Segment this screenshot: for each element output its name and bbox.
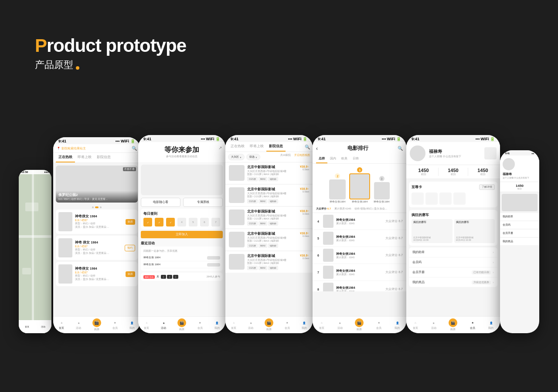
join-button[interactable]: 立即加入 bbox=[141, 231, 223, 238]
nav-home-1[interactable]: ⌂ 首页 bbox=[58, 320, 65, 330]
checkin-day-2[interactable]: ✓ bbox=[155, 218, 163, 226]
checkin-day-6[interactable]: 6 bbox=[200, 218, 209, 226]
nav-home-4[interactable]: ⌂首页 bbox=[319, 320, 325, 330]
movie-title-1: 神奇侠女 1984 bbox=[75, 214, 123, 219]
checkin-day-7[interactable]: 7 bbox=[211, 218, 220, 226]
tab-cinema-c[interactable]: 影院信息 bbox=[266, 142, 286, 152]
hero-movie[interactable]: 不得不看 侏罗纪公园2 8.8 / 4597 | 动作 科幻 | 导演：麦克·克… bbox=[56, 166, 138, 203]
search-icon-cinema[interactable]: 🔍 bbox=[305, 145, 310, 149]
event-opt-random[interactable]: 电影随心看 bbox=[141, 198, 180, 207]
nav-activity-4[interactable]: ★活动 bbox=[337, 320, 343, 330]
buy-ticket-btn-3[interactable]: 购票 bbox=[126, 271, 135, 277]
pay-icon-3[interactable] bbox=[439, 193, 452, 205]
movie-meta-3: 类型：科幻 / 动作演员：盖尔·加朵 / 克里斯朵·... bbox=[75, 274, 123, 281]
phone-partial: 9:41 ●● 福禄寿 这个人很懒 什么也没有留下 1450 积分 我的助草 会… bbox=[500, 150, 539, 333]
recent-activity: 回顾那一起参与的，另享优惠 神奇女侠 1984 神奇女侠 1984 bbox=[141, 247, 223, 271]
nav-mine-1[interactable]: 👤 我的 bbox=[129, 320, 135, 330]
nav-member-5[interactable]: ♣会员 bbox=[470, 320, 476, 330]
cinema-item-2[interactable]: 北京中影国际影城 大兴区庄景西路1号绿地缤纷城4楼投影: CGS屏 | IMAX… bbox=[225, 185, 313, 206]
nav-home-3[interactable]: ⌂首页 bbox=[231, 320, 237, 330]
movie-item-1[interactable]: 神奇侠女 1984 8.8 / 4597 类型：科幻 / 动作演员：盖尔·加朵 … bbox=[56, 210, 138, 234]
rank-item-8[interactable]: 8 神奇女侠1984 累计票房：8345 大众评分 6.7 bbox=[313, 281, 406, 291]
cinema-price-1: ¥38.9↑ bbox=[300, 165, 309, 168]
nav-mine-5[interactable]: 👤我的 bbox=[488, 320, 494, 330]
pay-icon-4[interactable] bbox=[453, 193, 466, 205]
filter-district[interactable]: 大兴区 ∨ bbox=[228, 154, 245, 160]
member-card-btn[interactable]: 了解详情 bbox=[479, 184, 495, 190]
buy-ticket-btn-1[interactable]: 购票 bbox=[126, 219, 135, 225]
nav-member-3[interactable]: ♣会员 bbox=[284, 320, 290, 330]
member-card-title: 至尊卡 bbox=[412, 185, 422, 189]
checkin-day-1[interactable]: ✓ bbox=[143, 218, 152, 226]
checkin-day-3[interactable]: ✓ bbox=[166, 218, 175, 226]
cinema-item-5[interactable]: 北京中影国际影城 大兴区庄景西路1号绿地缤纷城4楼投影: CGS屏 | IMAX… bbox=[225, 251, 313, 273]
cinema-item-4[interactable]: 北京中影国际影城 大兴区庄景西路1号绿地缤纷城4楼投影: CGS屏 | IMAX… bbox=[225, 229, 313, 250]
nav-ticket-5[interactable]: 🎬购票 bbox=[449, 318, 457, 331]
movie-item-2[interactable]: 神奇 侠女 1984 8.8 / 4597 类型：科幻 / 动作演员：盖尔·加朵… bbox=[56, 236, 138, 260]
tab-showing-c[interactable]: 正在热映 bbox=[228, 142, 247, 152]
pay-icon-2[interactable] bbox=[425, 193, 438, 205]
event-opt-ticket[interactable]: 专属票根 bbox=[183, 198, 223, 207]
search-icon-rank[interactable]: 🔍 bbox=[398, 146, 403, 151]
nav-ticket-3[interactable]: 🎬购票 bbox=[265, 318, 273, 331]
rank-tab-western[interactable]: 欧美 bbox=[339, 155, 350, 163]
tab-cinema[interactable]: 影院信息 bbox=[94, 153, 113, 162]
ticket-card-2[interactable]: 疯狂的赛车 北京中影国际影城10月24日 10:30 bbox=[454, 219, 495, 243]
cinema-item-1[interactable]: 北京中影国际影城 大兴区庄景西路1号绿地缤纷城4楼投影: CGS屏 | IMAX… bbox=[225, 162, 313, 184]
search-bar[interactable]: 📍 影院检索结果站主 🔍 bbox=[53, 144, 140, 153]
filter-sort[interactable]: 筛选 ∨ bbox=[246, 154, 260, 160]
nav-home-5[interactable]: ⌂首页 bbox=[412, 320, 418, 330]
nav-ticket-4[interactable]: 🎬购票 bbox=[355, 318, 364, 331]
nav-mine-4[interactable]: 👤我的 bbox=[394, 320, 400, 330]
movie-title-2: 神奇 侠女 1984 bbox=[75, 240, 122, 245]
nav-member-4[interactable]: ♣会员 bbox=[376, 320, 382, 330]
menu-item-prizes[interactable]: 我的奖品 升级送优惠券 › bbox=[409, 277, 497, 287]
tab-upcoming[interactable]: 即将上映 bbox=[75, 153, 94, 162]
page-header: Product prototype 产品原型 bbox=[35, 35, 186, 71]
nav-activity-5[interactable]: ★活动 bbox=[431, 320, 437, 330]
cinema-item-3[interactable]: 北京中影国际影城 大兴区庄景西路1号绿地缤纷城4楼投影: CGS屏 | IMAX… bbox=[225, 207, 313, 228]
checkin-day-4[interactable]: 4 bbox=[177, 218, 186, 226]
username: 福禄寿 bbox=[429, 149, 461, 155]
menu-item-assistant[interactable]: 我的助草 › bbox=[409, 247, 497, 257]
share-icon[interactable]: ↗ bbox=[218, 145, 222, 150]
partial-card bbox=[502, 194, 538, 211]
pay-icon-1[interactable] bbox=[412, 193, 424, 205]
nav-mine-2[interactable]: 👤我的 bbox=[214, 320, 220, 330]
nav-home-2[interactable]: ⌂首页 bbox=[143, 320, 150, 330]
tab-upcoming-c[interactable]: 即将上映 bbox=[247, 142, 266, 152]
cinema-tabs: 正在热映 即将上映 影院信息 🔍 bbox=[225, 142, 313, 152]
nav-mine-3[interactable]: 👤我的 bbox=[301, 320, 307, 330]
countdown-row: 限时活动 天 : : : 2945人参与 bbox=[141, 273, 223, 281]
movie-item-3[interactable]: 神奇侠女 1984 8.8 / 4597 类型：科幻 / 动作演员：盖尔·加朵 … bbox=[56, 262, 138, 286]
nav-ticket-1[interactable]: 🎬 购票 bbox=[92, 318, 101, 331]
map-toggle[interactable]: 开启地图视图 bbox=[294, 154, 310, 160]
nav-activity-1[interactable]: ★ 活动 bbox=[75, 320, 82, 330]
movie-thumb-2 bbox=[58, 238, 72, 257]
checkin-day-5[interactable]: 5 bbox=[189, 218, 197, 226]
rank-item-5[interactable]: 5 神奇女侠1984 累计票房：8345 大众评分 6.7 bbox=[313, 230, 406, 247]
daily-checkin-card: 每日签到 ✓ ✓ ✓ 4 5 6 7 bbox=[141, 209, 223, 229]
settings-icon[interactable] bbox=[484, 147, 497, 159]
nav-member-1[interactable]: ♣ 会员 bbox=[112, 320, 118, 330]
rank-tab-domestic[interactable]: 国内 bbox=[327, 155, 339, 163]
preview-btn-2[interactable]: 预约 bbox=[125, 245, 135, 251]
nav-ticket-2[interactable]: 🎬购票 bbox=[177, 318, 186, 331]
tab-showing[interactable]: 正在热映 bbox=[56, 153, 75, 162]
rank-item-6[interactable]: 6 神奇女侠1984 累计票房：8345 大众评分 6.7 bbox=[313, 247, 406, 264]
rank-tab-japanese[interactable]: 日韩 bbox=[350, 155, 361, 163]
rank-item-7[interactable]: 7 神奇女侠1984 累计票房：8345 大众评分 6.7 bbox=[313, 264, 406, 281]
rank-item-4[interactable]: 4 神奇女侠1984 累计票房：8345 大众评分 6.7 bbox=[313, 213, 406, 230]
search-icon[interactable]: 🔍 bbox=[132, 146, 137, 151]
nav-activity-2[interactable]: ★活动 bbox=[160, 320, 167, 330]
menu-item-membercode[interactable]: 会员码 › bbox=[409, 257, 497, 267]
ticket-card-1[interactable]: 疯狂的赛车 北京中影国际影城10月24日 10:30 bbox=[412, 219, 453, 243]
rank-tab-all[interactable]: 总榜 bbox=[316, 155, 327, 163]
nav-activity-3[interactable]: ★活动 bbox=[248, 320, 254, 330]
back-button[interactable]: ‹ bbox=[316, 145, 318, 152]
cinema-tags-5: CGS屏 IMAX 铺利杯 bbox=[247, 266, 297, 270]
cinema-meta-2: 大兴区庄景西路1号绿地缤纷城4楼投影: CGS屏 | IMAX | 铺利杯 bbox=[247, 192, 297, 198]
nav-member-2[interactable]: ♣会员 bbox=[197, 320, 203, 330]
menu-item-handbook[interactable]: 会员手册 已有功能示例 › bbox=[409, 267, 497, 277]
movie-rating-1: 8.8 / 4597 bbox=[75, 219, 123, 222]
